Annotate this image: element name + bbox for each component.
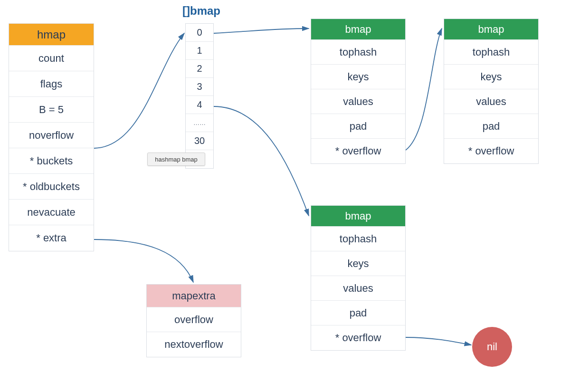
hmap-field-count: count (9, 46, 94, 71)
mapextra-header: mapextra (147, 285, 241, 307)
mapextra-struct: mapextra overflow nextoverflow (146, 284, 241, 357)
bmap2-values: values (444, 89, 538, 114)
bmap3-pad: pad (311, 301, 405, 325)
hmap-field-flags: flags (9, 71, 94, 97)
arrow-extra-to-mapextra (94, 239, 193, 282)
bmap1-tophash: tophash (311, 40, 405, 65)
bmap2-keys: keys (444, 65, 538, 89)
hmap-field-oldbuckets: * oldbuckets (9, 174, 94, 200)
hmap-field-noverflow: noverflow (9, 123, 94, 148)
bmap-array-2: 2 (186, 60, 213, 78)
bmap2-header: bmap (444, 19, 538, 40)
hmap-field-buckets: * buckets (9, 148, 94, 174)
bmap3-overflow: * overflow (311, 325, 405, 350)
bmap1-pad: pad (311, 114, 405, 139)
bmap-array-4: 4 (186, 96, 213, 114)
bmap-array: 0 1 2 3 4 …… 30 31 (185, 23, 214, 169)
hmap-field-B: B = 5 (9, 97, 94, 123)
bmap2-overflow: * overflow (444, 139, 538, 163)
bmap1-keys: keys (311, 65, 405, 89)
bmap3-header: bmap (311, 206, 405, 227)
nil-node: nil (472, 327, 512, 367)
diagram-stage: hmap count flags B = 5 noverflow * bucke… (0, 0, 570, 392)
bmap-array-3: 3 (186, 78, 213, 96)
bmap-struct-2: bmap tophash keys values pad * overflow (444, 19, 539, 164)
bmap-array-1: 1 (186, 42, 213, 60)
hmap-header: hmap (9, 24, 94, 46)
hmap-field-extra: * extra (9, 225, 94, 251)
bmap-array-0: 0 (186, 24, 213, 42)
hmap-field-nevacuate: nevacuate (9, 200, 94, 225)
bmap2-pad: pad (444, 114, 538, 139)
bmap-array-30: 30 (186, 132, 213, 150)
bmap3-keys: keys (311, 251, 405, 276)
mapextra-overflow: overflow (147, 307, 241, 332)
mapextra-nextoverflow: nextoverflow (147, 332, 241, 357)
bmap1-header: bmap (311, 19, 405, 40)
arrow-bmap3-overflow-to-nil (406, 337, 471, 345)
bmap-struct-3: bmap tophash keys values pad * overflow (311, 205, 406, 351)
bmap-array-label: []bmap (182, 4, 220, 18)
hmap-struct: hmap count flags B = 5 noverflow * bucke… (9, 23, 94, 251)
bmap-struct-1: bmap tophash keys values pad * overflow (311, 19, 406, 164)
bmap-array-ellipsis: …… (186, 114, 213, 132)
bmap3-tophash: tophash (311, 227, 405, 251)
tooltip-hashmap-bmap: hashmap bmap (147, 153, 205, 166)
arrow-arr4-to-bmap3 (214, 106, 309, 216)
bmap1-values: values (311, 89, 405, 114)
arrow-arr0-to-bmap1 (214, 29, 309, 33)
arrow-buckets-to-array (94, 33, 184, 148)
bmap3-values: values (311, 276, 405, 301)
bmap1-overflow: * overflow (311, 139, 405, 163)
bmap2-tophash: tophash (444, 40, 538, 65)
arrow-bmap1-overflow-to-bmap2 (406, 29, 442, 150)
